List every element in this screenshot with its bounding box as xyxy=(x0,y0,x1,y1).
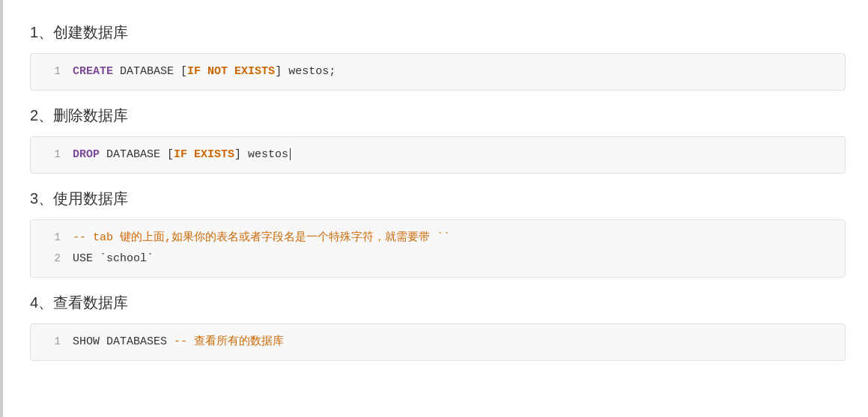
code-line: 2USE `school` xyxy=(31,249,845,270)
section-title-use-db: 3、使用数据库 xyxy=(30,189,846,209)
code-token: SHOW DATABASES xyxy=(73,335,174,348)
code-token: IF xyxy=(174,148,187,161)
code-line: 1SHOW DATABASES -- 查看所有的数据库 xyxy=(31,332,845,353)
code-content: DROP DATABASE [IF EXISTS] westos xyxy=(73,146,833,164)
code-content: SHOW DATABASES -- 查看所有的数据库 xyxy=(73,333,833,351)
code-token: DATABASE [ xyxy=(100,148,174,161)
code-content: -- tab 键的上面,如果你的表名或者字段名是一个特殊字符，就需要带 `` xyxy=(73,229,833,247)
code-content: USE `school` xyxy=(73,250,833,268)
code-block-use-db: 1-- tab 键的上面,如果你的表名或者字段名是一个特殊字符，就需要带 ``2… xyxy=(30,219,846,278)
section-title-show-db: 4、查看数据库 xyxy=(30,293,846,313)
line-number: 1 xyxy=(43,146,61,162)
code-token: ] westos xyxy=(234,148,288,161)
code-block-create-db: 1CREATE DATABASE [IF NOT EXISTS] westos; xyxy=(30,53,846,91)
left-border xyxy=(0,0,3,417)
line-number: 1 xyxy=(43,333,61,350)
line-number: 1 xyxy=(43,63,61,79)
section-title-create-db: 1、创建数据库 xyxy=(30,22,846,43)
code-token: DROP xyxy=(73,148,100,161)
line-number: 2 xyxy=(43,250,61,267)
code-line: 1CREATE DATABASE [IF NOT EXISTS] westos; xyxy=(31,61,845,82)
code-line: 1-- tab 键的上面,如果你的表名或者字段名是一个特殊字符，就需要带 `` xyxy=(31,228,845,249)
code-token: DATABASE [ xyxy=(113,65,187,78)
code-token xyxy=(187,148,194,161)
content-area: 1、创建数据库1CREATE DATABASE [IF NOT EXISTS] … xyxy=(22,22,846,361)
code-token xyxy=(201,65,207,78)
code-token xyxy=(228,65,234,78)
code-token: ] westos; xyxy=(275,65,336,78)
line-number: 1 xyxy=(43,229,61,246)
code-token: EXISTS xyxy=(194,148,234,161)
code-block-show-db: 1SHOW DATABASES -- 查看所有的数据库 xyxy=(30,323,846,361)
code-block-drop-db: 1DROP DATABASE [IF EXISTS] westos xyxy=(30,136,846,174)
code-token: NOT xyxy=(207,65,228,78)
code-token: EXISTS xyxy=(234,65,275,78)
code-content: CREATE DATABASE [IF NOT EXISTS] westos; xyxy=(73,63,833,81)
section-title-drop-db: 2、删除数据库 xyxy=(30,106,846,126)
code-token: -- tab 键的上面,如果你的表名或者字段名是一个特殊字符，就需要带 `` xyxy=(73,231,450,244)
code-token: CREATE xyxy=(73,65,113,78)
code-line: 1DROP DATABASE [IF EXISTS] westos xyxy=(31,144,845,165)
code-token: USE `school` xyxy=(73,252,154,265)
code-token: IF xyxy=(187,65,201,78)
text-cursor xyxy=(290,148,291,160)
code-token: -- 查看所有的数据库 xyxy=(174,335,284,348)
